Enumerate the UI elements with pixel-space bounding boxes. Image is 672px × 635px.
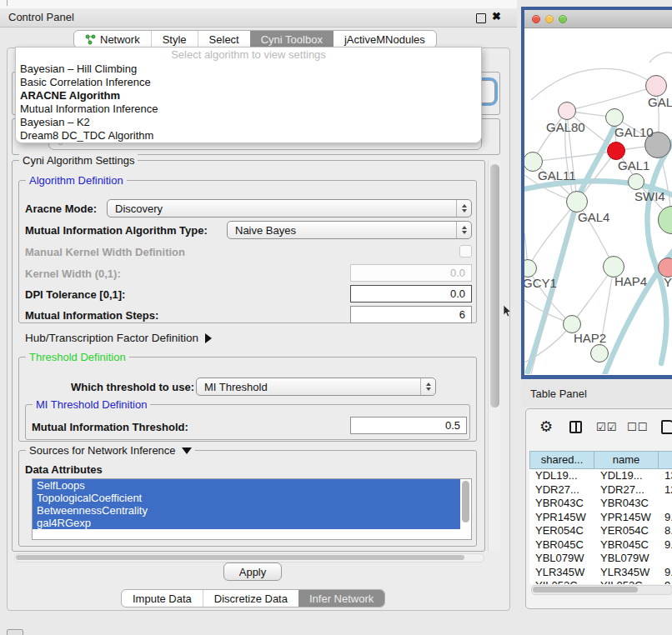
table-row[interactable]: YER054CYER054C8. xyxy=(529,524,672,538)
bottom-tabbar: Impute Data Discretize Data Infer Networ… xyxy=(121,589,385,608)
table-row[interactable]: YBR043CYBR043C xyxy=(529,497,672,511)
mi-type-value: Naive Bayes xyxy=(235,224,296,237)
column-header-name[interactable]: name xyxy=(594,451,659,469)
apply-button[interactable]: Apply xyxy=(223,562,282,581)
kernel-width-label: Kernel Width (0,1): xyxy=(25,268,121,280)
attribute-item-selfloops[interactable]: SelfLoops xyxy=(33,479,460,492)
control-panel-title: Control Panel xyxy=(8,11,74,23)
settings-vscrollbar-thumb[interactable] xyxy=(490,164,499,408)
mi-type-combobox[interactable]: Naive Bayes xyxy=(227,221,472,239)
close-traffic-light[interactable] xyxy=(532,15,540,23)
which-threshold-combobox[interactable]: MI Threshold xyxy=(196,378,436,396)
threshold-definition-title: Threshold Definition xyxy=(26,351,129,363)
sources-group-title[interactable]: Sources for Network Inference xyxy=(26,444,195,457)
attribute-item-gal4rgexp[interactable]: gal4RGexp xyxy=(33,517,460,529)
node-bottom-green[interactable] xyxy=(590,344,609,362)
node-label: GAL10 xyxy=(614,125,654,139)
listbox-vscrollbar[interactable] xyxy=(462,481,469,522)
data-attributes-label: Data Attributes xyxy=(25,463,103,476)
float-icon[interactable] xyxy=(476,13,486,23)
tab-impute-data[interactable]: Impute Data xyxy=(122,590,203,607)
dropdown-item-bayesian-k2[interactable]: Bayesian – K2 xyxy=(16,116,481,129)
table-row[interactable]: YIL052CYIL052C9 xyxy=(529,579,672,584)
stepper-icon xyxy=(456,222,471,238)
control-panel-titlebar: Control Panel ✖ xyxy=(0,8,517,28)
hub-section-label: Hub/Transcription Factor Definition xyxy=(25,332,198,344)
minimize-traffic-light[interactable] xyxy=(545,15,554,23)
table-row[interactable]: YDR27...YDR27...12 xyxy=(529,483,672,498)
node-label: HAP2 xyxy=(574,331,606,345)
cyni-settings-title: Cyni Algorithm Settings xyxy=(19,154,138,167)
close-icon[interactable]: ✖ xyxy=(492,10,501,22)
table-header-row: shared... name xyxy=(529,451,672,469)
node-swi4[interactable] xyxy=(628,173,644,190)
tab-jactivemnodules[interactable]: jActiveMNodules xyxy=(333,31,436,48)
tab-cyni-toolbox[interactable]: Cyni Toolbox xyxy=(250,31,333,48)
dropdown-item-mutual-information[interactable]: Mutual Information Inference xyxy=(16,102,481,116)
tab-discretize-data[interactable]: Discretize Data xyxy=(203,590,298,607)
select-all-checkboxes-icon[interactable]: ☑☑ xyxy=(596,421,617,433)
split-columns-icon[interactable] xyxy=(569,421,582,433)
mi-threshold-field[interactable] xyxy=(350,417,467,434)
mi-steps-field[interactable] xyxy=(350,306,472,323)
dpi-tolerance-field[interactable] xyxy=(350,285,472,302)
node-gal-top[interactable] xyxy=(645,75,667,97)
screenshot-root: { "window": { "title": "Control Panel" }… xyxy=(0,0,672,635)
settings-vscrollbar[interactable] xyxy=(488,161,500,551)
new-table-icon[interactable] xyxy=(661,420,672,434)
node-label: Y xyxy=(664,275,672,289)
mi-steps-label: Mutual Information Steps: xyxy=(25,309,158,322)
dropdown-item-basic-correlation[interactable]: Basic Correlation Inference xyxy=(16,76,481,89)
attribute-item-betweennesscentrality[interactable]: BetweennessCentrality xyxy=(33,504,460,517)
settings-hscrollbar[interactable] xyxy=(14,553,484,562)
node-label: GAL80 xyxy=(546,120,585,134)
algorithm-dropdown-popup: Select algorithm to view settings Bayesi… xyxy=(15,47,482,143)
mi-threshold-group-title: MI Threshold Definition xyxy=(33,398,150,411)
settings-hscrollbar-thumb[interactable] xyxy=(16,555,464,560)
gear-icon[interactable]: ⚙ xyxy=(539,418,553,436)
column-header-sharedname[interactable]: shared... xyxy=(529,451,594,469)
table-row[interactable]: YBR045CYBR045C9. xyxy=(529,538,672,552)
top-strip xyxy=(0,0,517,8)
network-graph-icon xyxy=(85,34,96,45)
node-gal1[interactable] xyxy=(607,142,625,160)
kernel-width-field[interactable] xyxy=(350,264,472,282)
table-panel-titlebar: Table Panel xyxy=(521,381,672,406)
network-window-titlebar[interactable] xyxy=(524,10,672,28)
table-row[interactable]: YLR345WYLR345W9. xyxy=(529,566,672,580)
dropdown-item-aracne[interactable]: ARACNE Algorithm xyxy=(16,89,481,102)
network-canvas[interactable]: GAL GAL80 GAL10 GAL1 GAL11 SWI4 GAL4 GCY… xyxy=(524,28,672,374)
node-label: GCY1 xyxy=(524,276,557,290)
tab-network[interactable]: Network xyxy=(74,31,151,48)
table-hscrollbar[interactable] xyxy=(531,585,672,595)
table-panel-body: ⚙ ☑☑ ☐☐ shared... name YDL19...YDL19...1… xyxy=(525,408,672,609)
manual-kernel-checkbox[interactable] xyxy=(459,245,472,258)
node-gal10[interactable] xyxy=(605,108,624,127)
table-hscrollbar-thumb[interactable] xyxy=(533,587,638,592)
table-rows: YDL19...YDL19...13 YDR27...YDR27...12 YB… xyxy=(529,469,672,584)
table-row[interactable]: YDL19...YDL19...13 xyxy=(529,469,672,483)
dropdown-item-bayesian-hill[interactable]: Bayesian – Hill Climbing xyxy=(16,62,481,76)
collapsed-arrow-icon xyxy=(205,333,212,343)
dpi-tolerance-label: DPI Tolerance [0,1]: xyxy=(25,288,125,301)
tab-select[interactable]: Select xyxy=(198,31,250,48)
hub-section-toggle[interactable]: Hub/Transcription Factor Definition xyxy=(25,332,212,344)
zoom-traffic-light[interactable] xyxy=(559,15,567,23)
node-label: GAL xyxy=(648,95,672,109)
table-row[interactable]: YBL079WYBL079W xyxy=(529,552,672,566)
table-row[interactable]: YPR145WYPR145W9. xyxy=(529,511,672,525)
tab-infer-network[interactable]: Infer Network xyxy=(298,590,384,607)
node-label: GAL4 xyxy=(578,210,609,224)
column-header-clipped[interactable] xyxy=(659,451,672,469)
tab-style[interactable]: Style xyxy=(151,31,198,48)
deselect-all-checkboxes-icon[interactable]: ☐☐ xyxy=(627,421,648,433)
table-panel-title: Table Panel xyxy=(530,388,587,400)
clipped-bottom-button[interactable] xyxy=(7,629,23,635)
attribute-item-topologicalcoefficient[interactable]: TopologicalCoefficient xyxy=(33,492,460,504)
stepper-icon xyxy=(456,200,471,217)
dropdown-item-dream8[interactable]: Dream8 DC_TDC Algorithm xyxy=(16,129,481,142)
control-panel-tabbar: Network Style Select Cyni Toolbox jActiv… xyxy=(73,30,437,48)
aracne-mode-combobox[interactable]: Discovery xyxy=(107,199,472,218)
node-gal80[interactable] xyxy=(558,102,576,120)
expanded-arrow-icon xyxy=(182,448,192,454)
